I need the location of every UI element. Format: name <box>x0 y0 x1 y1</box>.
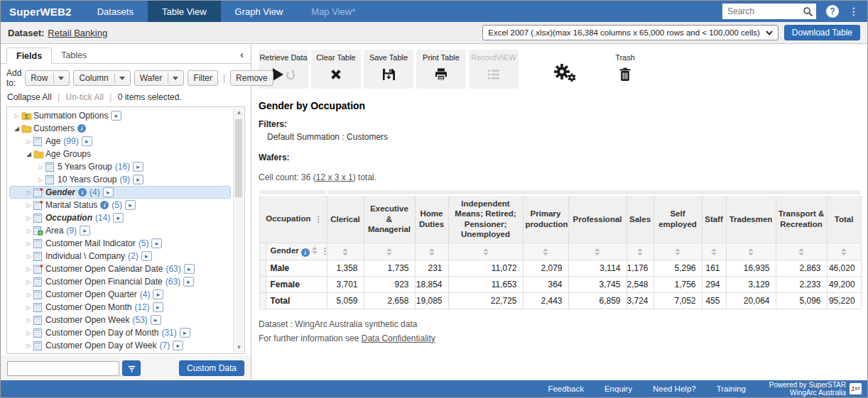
tree-item-customer-mail-indicator[interactable]: ▷Customer Mail Indicator(5)▸ <box>9 237 231 250</box>
column-sort-cell[interactable] <box>726 243 776 260</box>
tree-item-accounts[interactable]: ◢Accounts <box>9 352 231 354</box>
sort-icon[interactable] <box>595 248 600 255</box>
row-label-cell[interactable]: Male <box>266 260 327 276</box>
nav-tab-map-view[interactable]: Map View* <box>297 1 369 22</box>
column-header-cell[interactable]: Clerical <box>327 195 364 243</box>
add-field-arrow-button[interactable]: ▸ <box>113 213 124 223</box>
tree-scrollbar[interactable]: ▲ ▼ <box>233 108 244 353</box>
column-sort-cell[interactable] <box>448 243 523 260</box>
info-icon[interactable]: i <box>78 188 87 197</box>
add-field-arrow-button[interactable]: ▸ <box>133 162 143 172</box>
column-header-cell[interactable]: Independent Means; Retired; Pensioner; U… <box>448 195 523 243</box>
column-sort-cell[interactable] <box>568 243 626 260</box>
expander-collapsed-icon[interactable]: ▷ <box>24 292 33 298</box>
remove-button[interactable]: Remove <box>230 70 273 86</box>
sort-icon[interactable] <box>386 248 392 255</box>
scrollbar-thumb[interactable] <box>235 119 242 197</box>
tree-item-individual-company[interactable]: ▷Individual \ Company(2)▸ <box>9 250 231 262</box>
tree-item-summation-options[interactable]: ▷ΣSummation Options▸ <box>9 109 231 122</box>
expander-collapsed-icon[interactable]: ▷ <box>36 164 45 170</box>
collapse-sidebar-icon[interactable]: ‹ <box>240 48 244 60</box>
add-field-arrow-button[interactable]: ▸ <box>153 302 163 312</box>
expander-collapsed-icon[interactable]: ▷ <box>24 189 33 196</box>
column-sort-cell[interactable] <box>827 243 861 260</box>
column-sort-cell[interactable] <box>327 243 364 260</box>
sort-icon[interactable] <box>429 248 435 255</box>
column-header-cell[interactable]: Staff <box>702 195 726 243</box>
sort-icon[interactable] <box>483 248 489 255</box>
sort-icon[interactable] <box>748 248 754 255</box>
row-dimension-cell[interactable]: Genderi⋮ <box>266 243 327 260</box>
tree-item-area[interactable]: ▷Area(9)▸ <box>9 224 231 237</box>
column-sort-cell[interactable] <box>364 243 415 260</box>
expander-expanded-icon[interactable]: ◢ <box>24 150 33 157</box>
expander-collapsed-icon[interactable]: ▷ <box>24 330 33 336</box>
sort-icon[interactable] <box>543 248 548 255</box>
custom-data-button[interactable]: Custom Data <box>179 360 244 376</box>
tree-item-customer-open-calendar-date[interactable]: ▷Customer Open Calendar Date(63)▸ <box>9 262 231 275</box>
tree-item-customer-open-day-of-month[interactable]: ▷Customer Open Day of Month(31)▸ <box>9 326 231 339</box>
expander-collapsed-icon[interactable]: ▷ <box>24 304 33 311</box>
tree-item-customer-open-financial-date[interactable]: ▷Customer Open Financial Date(63)▸ <box>9 275 231 288</box>
sort-icon[interactable] <box>675 248 680 255</box>
dataset-link[interactable]: Retail Banking <box>48 28 107 38</box>
sort-icon[interactable] <box>798 248 804 255</box>
cell-count-link[interactable]: 12 x 3 x 1 <box>316 172 353 182</box>
nav-tab-table-view[interactable]: Table View <box>148 1 221 22</box>
add-field-arrow-button[interactable]: ▸ <box>184 264 195 274</box>
column-header-cell[interactable]: Transport & Recreation <box>776 195 827 243</box>
column-sort-cell[interactable] <box>626 243 653 260</box>
footer-link-enquiry[interactable]: Enquiry <box>604 385 632 393</box>
collapse-all-link[interactable]: Collapse All <box>7 92 52 102</box>
chevron-down-icon[interactable] <box>119 77 125 80</box>
add-to-row-combo[interactable]: Row <box>25 70 70 86</box>
add-field-arrow-button[interactable]: ▸ <box>141 251 152 261</box>
column-sort-cell[interactable] <box>702 243 726 260</box>
tree-item-customer-open-week[interactable]: ▷Customer Open Week(53)▸ <box>9 314 231 326</box>
trash-button[interactable]: Trash <box>602 50 648 89</box>
save-table-button[interactable]: Save Table <box>364 50 413 89</box>
tree-item-5-years-group[interactable]: ▷5 Years Group(16)▸ <box>9 160 231 173</box>
tree-item-occupation[interactable]: ▷Occupation(14)▸ <box>9 211 231 224</box>
footer-link-training[interactable]: Training <box>717 385 746 393</box>
add-to-wafer-combo[interactable]: Wafer <box>134 70 185 86</box>
row-label-cell[interactable]: Female <box>266 276 327 292</box>
tree-item-age-groups[interactable]: ◢Age Groups <box>9 148 231 160</box>
search-icon[interactable] <box>800 6 815 17</box>
chevron-down-icon[interactable] <box>58 77 64 80</box>
export-format-select[interactable]: Excel 2007 (.xlsx)(max 16,384 columns x … <box>482 25 779 40</box>
sort-icon[interactable] <box>342 248 348 255</box>
sort-icon[interactable] <box>637 248 643 255</box>
tree-item-customer-open-month[interactable]: ▷Customer Open Month(12)▸ <box>9 301 231 314</box>
add-field-arrow-button[interactable]: ▸ <box>111 111 121 121</box>
add-field-arrow-button[interactable]: ▸ <box>103 187 114 197</box>
download-table-button[interactable]: Download Table <box>784 25 860 40</box>
overflow-menu-icon[interactable]: ⋮ <box>849 6 859 17</box>
expander-collapsed-icon[interactable]: ▷ <box>24 228 33 234</box>
search-input[interactable] <box>723 6 800 16</box>
field-search-input[interactable] <box>7 361 119 376</box>
add-field-arrow-button[interactable]: ▸ <box>82 136 92 146</box>
column-header-cell[interactable]: Sales <box>626 195 653 243</box>
sort-icon[interactable] <box>312 247 318 254</box>
column-sort-cell[interactable] <box>415 243 448 260</box>
tab-fields[interactable]: Fields <box>6 48 52 64</box>
expander-collapsed-icon[interactable]: ▷ <box>36 177 45 183</box>
add-field-arrow-button[interactable]: ▸ <box>133 175 143 184</box>
scroll-down-icon[interactable]: ▼ <box>234 343 244 353</box>
cell-menu-icon[interactable]: ⋮ <box>315 214 323 225</box>
footer-link-need-help[interactable]: Need Help? <box>653 385 696 393</box>
column-header-cell[interactable]: Primary production <box>523 195 568 243</box>
add-to-column-combo[interactable]: Column <box>73 70 130 86</box>
add-field-arrow-button[interactable]: ▸ <box>151 315 161 325</box>
expander-collapsed-icon[interactable]: ▷ <box>24 202 33 209</box>
column-header-cell[interactable]: Total <box>827 195 861 243</box>
column-header-cell[interactable]: Self employed <box>653 195 702 243</box>
cell-menu-icon[interactable]: ⋮ <box>321 246 327 256</box>
column-sort-cell[interactable] <box>776 243 827 260</box>
tree-item-marital-status[interactable]: ▷Marital Statusi(5)▸ <box>9 199 231 211</box>
tab-tables[interactable]: Tables <box>52 48 96 63</box>
add-field-arrow-button[interactable]: ▸ <box>183 277 194 287</box>
column-header-cell[interactable]: Tradesmen <box>726 195 776 243</box>
add-field-arrow-button[interactable]: ▸ <box>80 226 90 236</box>
